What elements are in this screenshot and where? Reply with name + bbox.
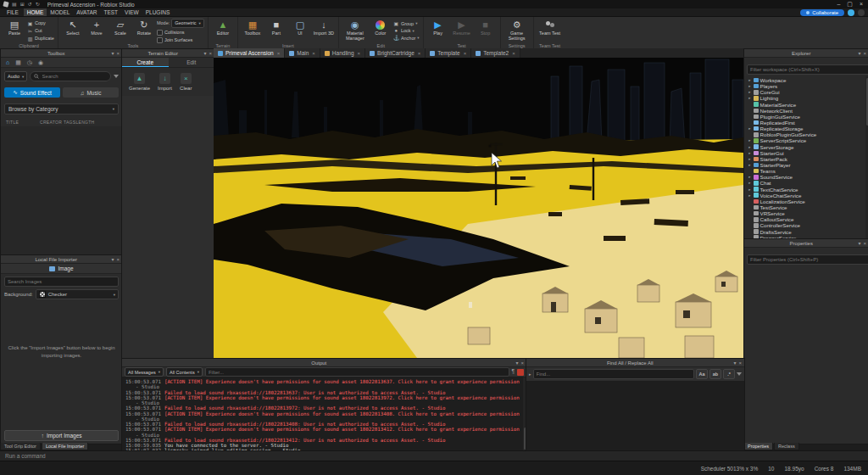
document-tab[interactable]: Primeval Ascension × [214, 48, 285, 58]
save-icon[interactable]: ⊞ [20, 2, 25, 7]
explorer-tree-item[interactable]: ▸ TextChatService [744, 187, 868, 193]
close-icon[interactable]: × [863, 51, 866, 56]
material-manager-button[interactable]: ◉ Material Manager [342, 19, 368, 42]
output-filter-input[interactable] [205, 367, 509, 377]
explorer-tree-item[interactable]: CalloutService [744, 216, 868, 222]
content-filter-dropdown[interactable]: All Contents▾ [166, 367, 203, 377]
close-icon[interactable]: × [209, 51, 212, 56]
panel-menu-icon[interactable]: ▾ [858, 51, 860, 56]
browse-by-category-dropdown[interactable]: Browse by Category▾ [4, 103, 119, 115]
output-log-line[interactable]: 15:00:53.071 [ACTION ITEM] Experience do… [125, 379, 521, 384]
panel-menu-icon[interactable]: ▾ [733, 360, 736, 366]
marketplace-tab-icon[interactable]: ⌂ [6, 59, 9, 65]
message-filter-dropdown[interactable]: All Messages▾ [125, 367, 164, 377]
dock-tab[interactable]: Properties [743, 443, 773, 450]
edit-button[interactable]: ▣Group▾ [393, 20, 420, 26]
sound-type-toggle[interactable]: ♫Music [63, 87, 119, 98]
close-icon[interactable]: × [863, 241, 866, 246]
explorer-tree-item[interactable]: ▸ StarterPlayer [744, 162, 868, 168]
edit-button[interactable]: ●Lock▾ [393, 28, 420, 33]
expand-arrow-icon[interactable]: ▸ [748, 187, 752, 192]
explorer-tree-item[interactable]: ControllerService [744, 222, 868, 228]
undo-icon[interactable]: ↺ [28, 2, 32, 7]
expand-arrow-icon[interactable]: ▸ [748, 145, 752, 149]
open-file-icon[interactable]: ▤ [12, 2, 17, 7]
image-tab[interactable]: Image [1, 264, 122, 274]
explorer-tree-item[interactable]: ▸ SoundService [744, 174, 868, 180]
document-tab[interactable]: Handling × [320, 48, 365, 58]
tool-button[interactable]: ↖ Select [62, 19, 84, 42]
panel-menu-icon[interactable]: ▾ [203, 51, 206, 56]
inventory-tab-icon[interactable]: ▦ [15, 59, 21, 65]
tool-option-checkbox[interactable]: Join Surfaces [157, 37, 204, 43]
close-tab-icon[interactable]: × [358, 51, 361, 56]
expand-arrow-icon[interactable]: ▸ [748, 84, 752, 88]
explorer-tree-item[interactable]: ▸ ServerStorage [744, 144, 868, 150]
terrain-action-button[interactable]: ▲ Generate [129, 73, 150, 91]
expand-arrow-icon[interactable]: ▸ [748, 151, 752, 155]
explorer-tree-item[interactable]: ▸ Players [744, 83, 868, 89]
tool-option-checkbox[interactable]: Collisions [157, 30, 204, 36]
output-log-line[interactable]: 15:00:53.071 [ACTION ITEM] Experience do… [125, 411, 521, 416]
explorer-tree-item[interactable]: LocalizationService [744, 198, 868, 204]
document-tab[interactable]: BrightCartridge × [365, 48, 426, 58]
document-tab[interactable]: Template2 × [471, 48, 520, 58]
minimize-button[interactable]: – [837, 1, 840, 8]
expand-arrow-icon[interactable]: ▸ [748, 90, 752, 94]
clipboard-button[interactable]: ▣Copy [27, 20, 54, 26]
explorer-tree-item[interactable]: PluginGuiService [744, 114, 868, 120]
test-button[interactable]: ■ Stop [475, 19, 497, 42]
insert-button[interactable]: ▦ Toolbox [242, 19, 264, 42]
explorer-tree-item[interactable]: Teams [744, 168, 868, 174]
regex-icon[interactable]: .* [723, 369, 735, 379]
filter-icon[interactable] [737, 372, 742, 376]
close-icon[interactable]: × [520, 360, 524, 366]
test-button[interactable]: ▶ Resume [451, 19, 473, 42]
game-settings-button[interactable]: ⚙ Game Settings [504, 19, 530, 42]
explorer-tree-item[interactable]: ▸ ServerScriptService [744, 137, 868, 143]
asset-category-dropdown[interactable]: Audio▾ [4, 71, 27, 81]
menu-tab[interactable]: AVATAR [73, 8, 100, 16]
close-tab-icon[interactable]: × [277, 51, 281, 56]
close-tab-icon[interactable]: × [464, 51, 467, 56]
explorer-tree-item[interactable]: ▸ VoiceChatService [744, 193, 868, 198]
expand-arrow-icon[interactable]: ▸ [748, 175, 752, 179]
toolbox-search-input[interactable] [41, 73, 107, 80]
filter-icon[interactable] [114, 75, 119, 78]
menu-tab[interactable]: PLUGINS [142, 8, 174, 16]
creations-tab-icon[interactable]: ◉ [38, 59, 43, 65]
output-log-line[interactable]: 15:00:53.071 [ACTION ITEM] Experience do… [125, 427, 521, 432]
tool-button[interactable]: + Move [86, 19, 108, 42]
expand-arrow-icon[interactable]: ▸ [748, 181, 752, 185]
explorer-tree-item[interactable]: ▸ Workspace [744, 77, 868, 83]
explorer-tree-item[interactable]: ▸ CoreGui [744, 89, 868, 95]
expand-arrow-icon[interactable]: ▸ [748, 78, 752, 82]
close-button[interactable]: × [860, 1, 863, 8]
menu-tab[interactable]: MODEL [47, 8, 73, 16]
redo-icon[interactable]: ↻ [36, 2, 40, 7]
explorer-tree-item[interactable]: NetworkClient [744, 108, 868, 114]
tool-button[interactable]: ▱ Scale [109, 19, 131, 42]
terrain-tab[interactable]: Edit [169, 58, 215, 67]
clear-output-button[interactable] [517, 369, 524, 376]
insert-button[interactable]: ↓ Import 3D [313, 19, 335, 42]
maximize-button[interactable]: ▢ [847, 1, 853, 8]
explorer-tree-item[interactable]: RobloxPluginGuiService [744, 131, 868, 137]
image-search-input[interactable] [4, 277, 119, 287]
viewport-3d[interactable] [214, 58, 743, 358]
document-tab[interactable]: Template × [426, 48, 471, 58]
insert-button[interactable]: ■ Part [265, 19, 287, 42]
panel-menu-icon[interactable]: ▾ [111, 257, 114, 262]
tool-button[interactable]: ↻ Rotate [133, 19, 155, 42]
dock-tab[interactable]: Reclass [774, 443, 799, 450]
close-tab-icon[interactable]: × [418, 51, 421, 56]
menu-tab[interactable]: TEST [100, 8, 121, 16]
explorer-tree-item[interactable]: ▸ Lighting [744, 95, 868, 101]
terrain-action-button[interactable]: × Clear [180, 73, 192, 91]
document-tab[interactable]: Main × [285, 48, 320, 58]
output-log-line[interactable]: 15:00:53.071 [ACTION ITEM] Experience do… [125, 395, 521, 400]
insert-button[interactable]: ▢ UI [289, 19, 311, 42]
toolbox-results-list[interactable] [1, 126, 122, 255]
match-case-icon[interactable]: Aa [696, 369, 708, 379]
explorer-tree-item[interactable]: ▸ Chat [744, 180, 868, 186]
